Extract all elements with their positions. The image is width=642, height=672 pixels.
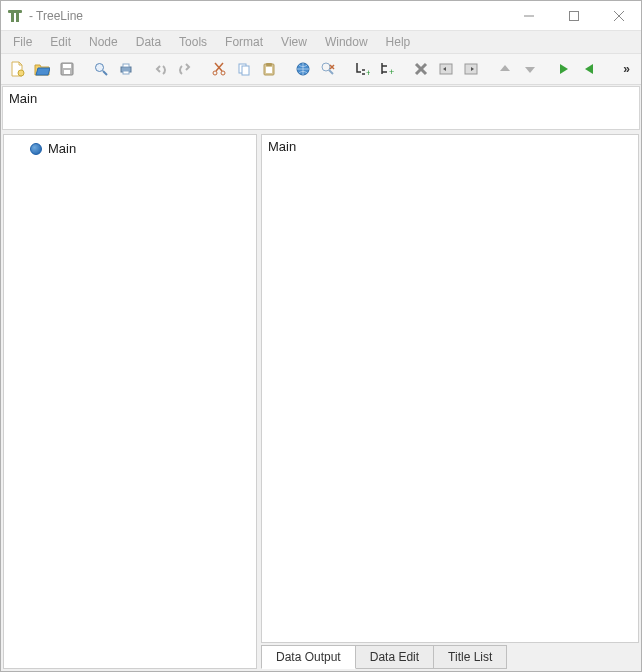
svg-rect-0 (8, 10, 22, 13)
maximize-button[interactable] (551, 1, 596, 30)
svg-rect-9 (63, 64, 71, 68)
svg-rect-15 (123, 71, 129, 74)
svg-point-26 (322, 63, 330, 71)
window-controls (506, 1, 641, 30)
add-sibling-icon[interactable]: + (375, 57, 399, 81)
paste-icon[interactable] (257, 57, 281, 81)
menu-window[interactable]: Window (317, 33, 376, 51)
undo-icon[interactable] (148, 57, 172, 81)
menu-node[interactable]: Node (81, 33, 126, 51)
breadcrumb-path: Main (9, 91, 37, 106)
delete-node-icon[interactable] (409, 57, 433, 81)
data-output-view[interactable]: Main (261, 134, 639, 643)
tab-data-edit[interactable]: Data Edit (355, 645, 434, 669)
data-view-title: Main (268, 139, 296, 154)
add-child-icon[interactable]: + (350, 57, 374, 81)
menu-format[interactable]: Format (217, 33, 271, 51)
save-file-icon[interactable] (55, 57, 79, 81)
svg-rect-10 (64, 70, 70, 74)
svg-rect-23 (266, 63, 272, 66)
menu-help[interactable]: Help (378, 33, 419, 51)
menu-edit[interactable]: Edit (42, 33, 79, 51)
svg-line-19 (215, 63, 222, 71)
svg-rect-21 (242, 66, 249, 75)
node-bullet-icon (30, 143, 42, 155)
svg-point-16 (213, 71, 217, 75)
outdent-icon[interactable] (459, 57, 483, 81)
svg-rect-2 (16, 13, 19, 22)
tree-item[interactable]: Main (8, 139, 252, 158)
svg-text:+: + (366, 68, 370, 77)
menubar: File Edit Node Data Tools Format View Wi… (1, 31, 641, 53)
print-icon[interactable] (114, 57, 138, 81)
tab-data-output[interactable]: Data Output (261, 645, 356, 669)
tab-title-list[interactable]: Title List (433, 645, 507, 669)
run-back-icon[interactable] (577, 57, 601, 81)
search-reset-icon[interactable] (316, 57, 340, 81)
menu-data[interactable]: Data (128, 33, 169, 51)
run-forward-icon[interactable] (552, 57, 576, 81)
svg-point-7 (18, 70, 24, 76)
toolbar-overflow-icon[interactable]: » (617, 62, 637, 76)
globe-icon[interactable] (291, 57, 315, 81)
cut-icon[interactable] (207, 57, 231, 81)
main-split: Main Main Data Output Data Edit Title Li… (1, 130, 641, 671)
menu-file[interactable]: File (5, 33, 40, 51)
svg-point-11 (96, 64, 104, 72)
svg-rect-4 (569, 11, 578, 20)
new-file-icon[interactable] (5, 57, 29, 81)
svg-text:+: + (389, 67, 394, 77)
svg-line-18 (216, 63, 223, 71)
indent-icon[interactable] (434, 57, 458, 81)
menu-view[interactable]: View (273, 33, 315, 51)
tree-item-label: Main (48, 141, 76, 156)
menu-tools[interactable]: Tools (171, 33, 215, 51)
redo-icon[interactable] (173, 57, 197, 81)
move-up-icon[interactable] (493, 57, 517, 81)
move-down-icon[interactable] (518, 57, 542, 81)
minimize-button[interactable] (506, 1, 551, 30)
svg-line-12 (103, 71, 107, 75)
svg-rect-14 (123, 64, 129, 67)
app-icon (7, 8, 23, 24)
svg-line-27 (329, 70, 333, 74)
svg-rect-1 (11, 13, 14, 22)
zoom-icon[interactable] (89, 57, 113, 81)
titlebar: - TreeLine (1, 1, 641, 31)
svg-point-17 (221, 71, 225, 75)
svg-rect-24 (266, 67, 272, 73)
toolbar: + + » (1, 53, 641, 85)
right-panel: Main Data Output Data Edit Title List (261, 134, 639, 669)
open-file-icon[interactable] (30, 57, 54, 81)
copy-icon[interactable] (232, 57, 256, 81)
tree-panel[interactable]: Main (3, 134, 257, 669)
window-title: - TreeLine (29, 9, 83, 23)
breadcrumb: Main (2, 86, 640, 130)
close-button[interactable] (596, 1, 641, 30)
bottom-tabs: Data Output Data Edit Title List (261, 643, 639, 669)
